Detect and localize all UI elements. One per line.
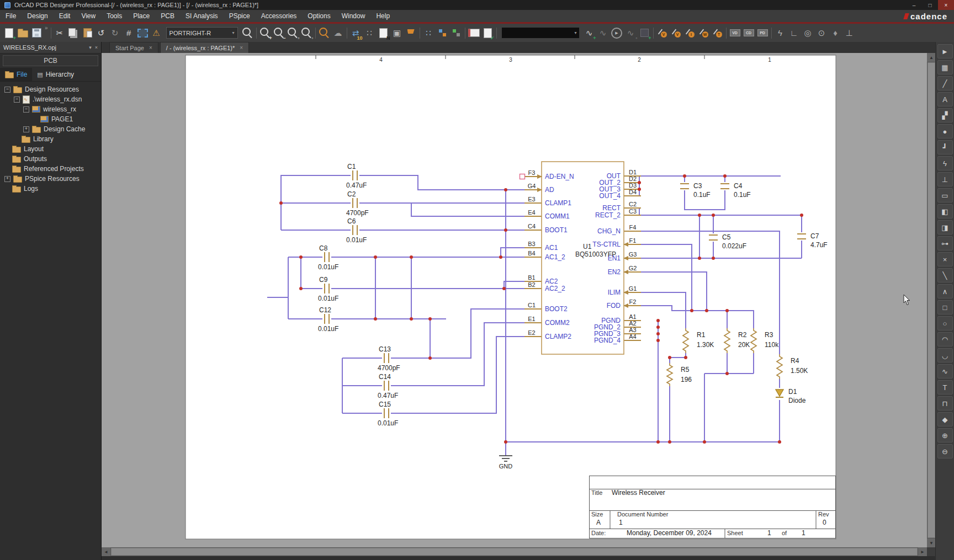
document-tab-wireless-rx-page1[interactable]: / - (wireless_rx : PAGE1)*× bbox=[160, 42, 249, 53]
tree-item-layout[interactable]: Layout bbox=[0, 144, 101, 154]
scroll-up-button[interactable]: ▲ bbox=[927, 53, 936, 62]
open-document-icon[interactable] bbox=[16, 26, 30, 40]
move-warning-icon[interactable]: ⚠ bbox=[150, 26, 163, 40]
design-bundle-icon[interactable]: ☁ bbox=[331, 26, 345, 40]
tree-item-wireless-rx[interactable]: −wireless_rx bbox=[0, 104, 101, 114]
project-type-selector[interactable]: PCB bbox=[3, 55, 98, 66]
part-search-icon[interactable] bbox=[317, 26, 331, 40]
menu-view[interactable]: View bbox=[76, 10, 101, 22]
dropdown-arrow-icon[interactable]: ▾ bbox=[575, 30, 577, 35]
power-probe-icon[interactable]: W bbox=[697, 26, 711, 40]
place-bus-icon[interactable]: ▞ bbox=[937, 108, 953, 122]
place-ellipse-icon[interactable]: ○ bbox=[937, 316, 953, 330]
tree-expander-icon[interactable]: − bbox=[14, 97, 20, 103]
snap-to-grid-icon[interactable]: # bbox=[122, 26, 136, 40]
tab-close-icon[interactable]: × bbox=[240, 45, 243, 51]
place-off-page-connector-icon[interactable]: ⊶ bbox=[937, 236, 953, 250]
horizontal-scroll-thumb[interactable] bbox=[111, 548, 918, 556]
tree-item-pspice-resources[interactable]: +PSpice Resources bbox=[0, 174, 101, 184]
zoom-out-tool-icon[interactable]: ⊖ bbox=[937, 444, 953, 458]
edit-simulation-profile-icon[interactable]: ∿ bbox=[596, 26, 610, 40]
scroll-right-button[interactable]: ► bbox=[918, 547, 927, 556]
place-marker-icon[interactable]: ◆ bbox=[937, 412, 953, 426]
view-simulation-results-icon[interactable]: ∿◦ bbox=[624, 26, 638, 40]
place-hierarchical-port-icon[interactable]: ◧ bbox=[937, 204, 953, 218]
add-model-icon[interactable]: + bbox=[638, 26, 651, 40]
menu-design[interactable]: Design bbox=[22, 10, 53, 22]
menu-pspice[interactable]: PSpice bbox=[224, 10, 256, 22]
spreadsheet-view-icon[interactable] bbox=[467, 26, 481, 40]
menu-file[interactable]: File bbox=[0, 10, 22, 22]
close-button[interactable]: × bbox=[938, 0, 954, 10]
menu-si-analysis[interactable]: SI Analysis bbox=[180, 10, 224, 22]
document-tab-start-page[interactable]: Start Page× bbox=[109, 42, 158, 53]
search-icon[interactable] bbox=[241, 26, 255, 40]
menu-window[interactable]: Window bbox=[336, 10, 371, 22]
maximize-button[interactable]: □ bbox=[922, 0, 938, 10]
schematic-page-canvas[interactable]: 4321C10.47uFC24700pFC60.01uFC80.01uFC90.… bbox=[102, 53, 927, 547]
scroll-left-button[interactable]: ◄ bbox=[102, 547, 110, 556]
vertical-scrollbar[interactable]: ▲ ▼ bbox=[927, 53, 936, 547]
voltage-probe-icon[interactable]: V bbox=[655, 26, 669, 40]
verify-design-icon[interactable]: ✓ bbox=[481, 26, 495, 40]
voltage-display-icon[interactable]: VD bbox=[728, 26, 742, 40]
place-net-alias-icon[interactable]: A bbox=[937, 92, 953, 106]
part-manager-icon[interactable] bbox=[449, 26, 463, 40]
place-power-icon[interactable]: ϟ bbox=[937, 156, 953, 170]
tree-item-page1[interactable]: PAGE1 bbox=[0, 114, 101, 124]
vertical-scroll-thumb[interactable] bbox=[928, 62, 935, 538]
edit-properties-icon[interactable]: ∷ bbox=[422, 26, 436, 40]
place-rectangle-icon[interactable]: □ bbox=[937, 300, 953, 314]
scroll-down-button[interactable]: ▼ bbox=[927, 538, 936, 547]
menu-tools[interactable]: Tools bbox=[101, 10, 128, 22]
voltage-diff-probe-icon[interactable]: V bbox=[669, 26, 683, 40]
new-simulation-profile-icon[interactable]: ∿+ bbox=[582, 26, 596, 40]
place-part-icon[interactable]: ▦ bbox=[937, 60, 953, 74]
place-text-icon[interactable]: T bbox=[937, 380, 953, 394]
tree-expander-icon[interactable]: − bbox=[23, 106, 29, 113]
toolbar-overflow-icon[interactable]: » bbox=[45, 24, 48, 31]
redo-icon[interactable]: ↻ bbox=[108, 26, 122, 40]
menu-accessories[interactable]: Accessories bbox=[256, 10, 303, 22]
place-wire-icon[interactable]: ╱ bbox=[937, 76, 953, 90]
tree-item-design-cache[interactable]: +Design Cache bbox=[0, 124, 101, 134]
save-document-icon[interactable] bbox=[30, 26, 44, 40]
menu-help[interactable]: Help bbox=[370, 10, 395, 22]
copy-icon[interactable] bbox=[67, 26, 81, 40]
tab-close-icon[interactable]: × bbox=[149, 45, 152, 51]
probe-marker-icon[interactable]: ♦ bbox=[829, 26, 842, 40]
temperature-probe-icon[interactable]: T bbox=[711, 26, 724, 40]
tree-item-referenced-projects[interactable]: Referenced Projects bbox=[0, 164, 101, 174]
tree-expander-icon[interactable]: + bbox=[23, 126, 29, 132]
place-ground-icon[interactable]: ⊥ bbox=[937, 172, 953, 186]
cross-reference-icon[interactable]: ▣ bbox=[390, 26, 404, 40]
power-display-icon[interactable]: PD bbox=[756, 26, 770, 40]
power-marker-icon[interactable]: ϟ bbox=[773, 26, 787, 40]
tree-item-outputs[interactable]: Outputs bbox=[0, 154, 101, 164]
axis-marker-icon[interactable]: ⊥ bbox=[842, 26, 856, 40]
tree-expander-icon[interactable]: + bbox=[4, 176, 10, 182]
tree-item-wireless-rx-dsn[interactable]: −.\wireless_rx.dsn bbox=[0, 94, 101, 104]
place-hierarchical-pin-icon[interactable]: ◨ bbox=[937, 220, 953, 234]
tree-item-logs[interactable]: Logs bbox=[0, 184, 101, 194]
color-palette-icon[interactable] bbox=[436, 26, 449, 40]
place-polyline-icon[interactable]: ∧ bbox=[937, 284, 953, 298]
place-no-connect-icon[interactable]: × bbox=[937, 252, 953, 266]
place-junction-icon[interactable]: ● bbox=[937, 124, 953, 138]
new-design-icon[interactable]: + bbox=[2, 26, 16, 40]
current-probe-icon[interactable]: I bbox=[683, 26, 697, 40]
zoom-out-icon[interactable]: − bbox=[272, 26, 286, 40]
select-area-icon[interactable] bbox=[136, 26, 150, 40]
annotate-icon[interactable]: ⇄10 bbox=[349, 26, 363, 40]
menu-options[interactable]: Options bbox=[302, 10, 336, 22]
sidebar-tab-hierarchy[interactable]: ▤Hierarchy bbox=[32, 68, 79, 81]
menu-pcb[interactable]: PCB bbox=[155, 10, 180, 22]
panel-close-icon[interactable]: × bbox=[95, 45, 98, 50]
sidebar-tab-file[interactable]: File bbox=[0, 68, 32, 81]
drc-check-icon[interactable]: ∷ bbox=[363, 26, 377, 40]
undo-icon[interactable]: ↺ bbox=[94, 26, 108, 40]
place-elliptical-arc-icon[interactable]: ◡ bbox=[937, 348, 953, 362]
place-ieee-symbol-icon[interactable]: ⊓ bbox=[937, 396, 953, 410]
select-pointer-icon[interactable]: ► bbox=[937, 44, 953, 58]
horizontal-scrollbar[interactable]: ◄ ► bbox=[102, 547, 927, 556]
